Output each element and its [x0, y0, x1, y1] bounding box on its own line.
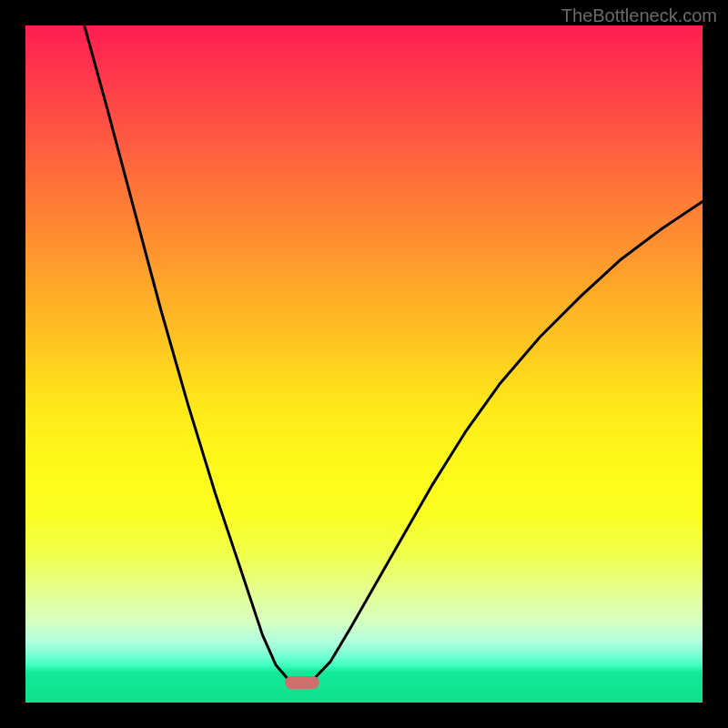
- watermark-text: TheBottleneck.com: [561, 5, 717, 26]
- curve-svg: [25, 25, 703, 703]
- plot-area: [25, 25, 703, 703]
- bottleneck-curve: [85, 25, 703, 683]
- optimal-marker: [285, 676, 319, 689]
